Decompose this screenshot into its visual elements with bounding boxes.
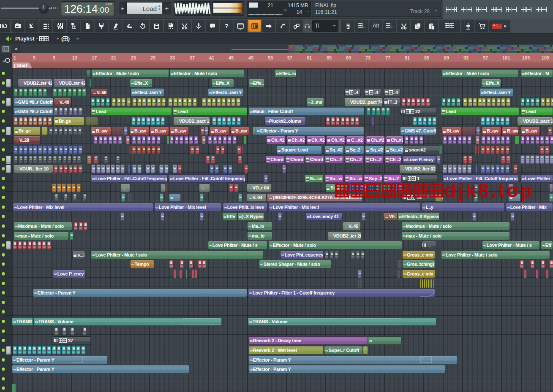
svg-text:?: ? <box>224 22 228 30</box>
